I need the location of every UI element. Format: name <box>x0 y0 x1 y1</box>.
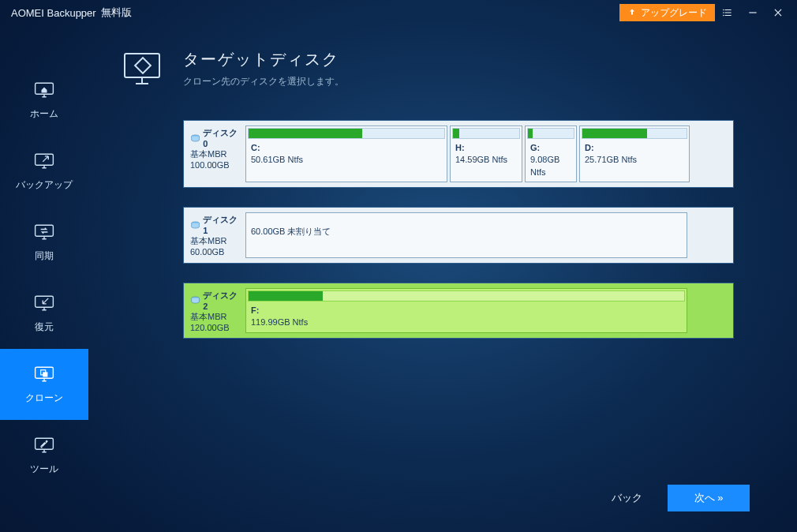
partition-unallocated[interactable]: 60.00GB 未割り当て <box>245 212 687 258</box>
sidebar-item-clone[interactable]: クローン <box>0 349 88 420</box>
monitor-home-icon <box>33 81 55 99</box>
disk-name: ディスク 1 <box>190 214 242 235</box>
disk-type: 基本MBR <box>190 148 242 159</box>
sidebar-item-backup[interactable]: バックアップ <box>0 136 88 207</box>
partition-drive: G: <box>530 142 571 154</box>
partition-desc: 60.00GB 未割り当て <box>246 213 687 241</box>
sidebar-item-label: バックアップ <box>16 178 73 192</box>
sidebar-item-label: 同期 <box>35 249 54 263</box>
page-title: ターゲットディスク <box>183 49 344 70</box>
partition-row: F:119.99GB Ntfs <box>245 288 728 334</box>
svg-point-1 <box>723 12 724 13</box>
svg-rect-9 <box>43 372 47 377</box>
partition[interactable]: F:119.99GB Ntfs <box>245 288 687 334</box>
partition-usage-bar <box>452 128 520 139</box>
sidebar-item-tools[interactable]: ツール <box>0 420 88 491</box>
monitor-clone-icon <box>33 365 55 384</box>
partition-drive: D: <box>585 142 684 154</box>
footer-actions: バック 次へ » <box>604 485 750 511</box>
partition-row: 60.00GB 未割り当て <box>245 212 728 258</box>
page-subtitle: クローン先のディスクを選択します。 <box>183 75 344 88</box>
partition-drive: H: <box>455 142 517 154</box>
sidebar-item-label: クローン <box>25 392 63 405</box>
partition-drive: F: <box>251 305 682 317</box>
sidebar-item-label: ホーム <box>30 107 58 121</box>
sidebar: ホーム バックアップ 同期 復元 クローン ツール <box>0 25 88 532</box>
partition-usage-bar <box>582 128 687 139</box>
monitor-arrow-in-icon <box>33 294 55 313</box>
disk-size: 60.00GB <box>190 246 242 257</box>
disk-icon <box>190 220 200 230</box>
close-button[interactable] <box>765 0 791 25</box>
back-button[interactable]: バック <box>604 486 650 510</box>
sidebar-item-restore[interactable]: 復元 <box>0 278 88 349</box>
upgrade-icon <box>627 8 637 17</box>
partition-drive: C: <box>251 142 442 154</box>
svg-point-2 <box>723 15 724 17</box>
disk-list: ディスク 0基本MBR100.00GBC:50.61GB NtfsH:14.59… <box>183 120 734 339</box>
disk-meta: ディスク 0基本MBR100.00GB <box>189 126 245 182</box>
app-window: AOMEI Backupper 無料版 アップグレード ホーム バックアップ <box>0 0 797 532</box>
app-name: AOMEI Backupper <box>11 7 96 19</box>
monitor-tools-icon <box>33 436 55 455</box>
disk-icon <box>190 133 200 143</box>
sidebar-item-home[interactable]: ホーム <box>0 65 88 136</box>
svg-rect-5 <box>36 225 54 236</box>
svg-point-0 <box>723 9 724 11</box>
sidebar-item-sync[interactable]: 同期 <box>0 207 88 278</box>
page-header: ターゲットディスク クローン先のディスクを選択します。 <box>120 49 750 88</box>
sidebar-item-label: 復元 <box>35 320 54 334</box>
disk-card[interactable]: ディスク 1基本MBR60.00GB60.00GB 未割り当て <box>183 207 734 264</box>
upgrade-label: アップグレード <box>641 6 707 20</box>
monitor-sync-icon <box>33 223 55 242</box>
monitor-arrow-out-icon <box>33 152 55 170</box>
disk-type: 基本MBR <box>190 311 242 322</box>
disk-card[interactable]: ディスク 0基本MBR100.00GBC:50.61GB NtfsH:14.59… <box>183 120 734 188</box>
partition-usage-bar <box>527 128 574 139</box>
disk-size: 100.00GB <box>190 159 242 170</box>
partition-row: C:50.61GB NtfsH:14.59GB NtfsG:9.08GB Ntf… <box>245 126 728 182</box>
minimize-button[interactable] <box>740 0 765 25</box>
partition-desc: 50.61GB Ntfs <box>251 154 442 166</box>
svg-rect-10 <box>36 438 54 449</box>
partition[interactable]: D:25.71GB Ntfs <box>579 126 690 182</box>
menu-list-button[interactable] <box>715 0 740 25</box>
svg-rect-12 <box>135 58 151 73</box>
partition-desc: 9.08GB Ntfs <box>530 154 571 178</box>
titlebar: AOMEI Backupper 無料版 アップグレード <box>0 0 797 25</box>
next-button[interactable]: 次へ » <box>668 485 750 511</box>
disk-card[interactable]: ディスク 2基本MBR120.00GBF:119.99GB Ntfs <box>183 283 734 339</box>
partition[interactable]: C:50.61GB Ntfs <box>245 126 447 182</box>
disk-meta: ディスク 2基本MBR120.00GB <box>189 288 245 334</box>
disk-meta: ディスク 1基本MBR60.00GB <box>189 212 245 258</box>
partition-usage-bar <box>248 128 445 139</box>
disk-icon <box>190 295 200 305</box>
upgrade-button[interactable]: アップグレード <box>619 4 715 21</box>
partition-usage-bar <box>248 290 685 302</box>
partition-desc: 25.71GB Ntfs <box>585 154 684 166</box>
partition[interactable]: G:9.08GB Ntfs <box>525 126 577 182</box>
svg-rect-11 <box>125 54 159 77</box>
partition-desc: 14.59GB Ntfs <box>455 154 517 166</box>
sidebar-item-label: ツール <box>30 463 58 476</box>
disk-type: 基本MBR <box>190 235 242 246</box>
main-panel: ターゲットディスク クローン先のディスクを選択します。 ディスク 0基本MBR1… <box>88 25 797 532</box>
disk-name: ディスク 2 <box>190 290 242 311</box>
disk-size: 120.00GB <box>190 322 242 333</box>
target-disk-icon <box>120 49 164 88</box>
app-edition: 無料版 <box>101 6 132 20</box>
partition[interactable]: H:14.59GB Ntfs <box>450 126 522 182</box>
disk-name: ディスク 0 <box>190 127 242 148</box>
partition-desc: 119.99GB Ntfs <box>251 317 682 328</box>
